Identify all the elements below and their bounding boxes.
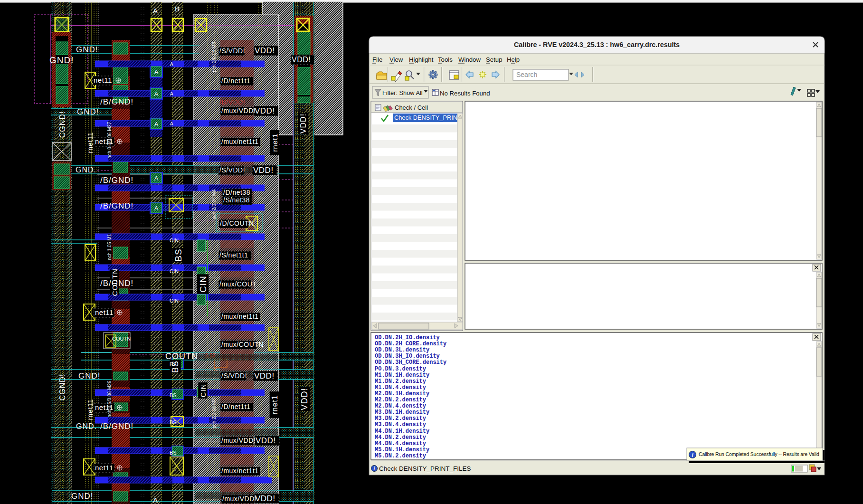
svg-text:CIN: CIN — [199, 384, 207, 398]
svg-text:GND!: GND! — [49, 55, 74, 65]
svg-text:M3.DN.2.density: M3.DN.2.density — [375, 415, 426, 422]
svg-text:/mux/VDD!: /mux/VDD! — [221, 107, 256, 114]
svg-text:COUTN: COUTN — [112, 336, 131, 342]
svg-text:GND!: GND! — [76, 45, 98, 54]
svg-text:pch 2/0.06 M4: pch 2/0.06 M4 — [211, 189, 217, 219]
svg-text:VDD!: VDD! — [254, 371, 275, 380]
svg-text:M2.DN.1H.density: M2.DN.1H.density — [375, 390, 429, 397]
svg-text:M3.DN.1H.density: M3.DN.1H.density — [375, 409, 429, 416]
svg-text:A: A — [154, 121, 159, 128]
svg-text:M5.DN.2.density: M5.DN.2.density — [375, 453, 426, 459]
svg-text:/D/net1t1: /D/net1t1 — [221, 77, 250, 85]
svg-text:VDD!: VDD! — [256, 436, 276, 445]
svg-text:CIN: CIN — [170, 298, 179, 304]
svg-text:Check / Cell: Check / Cell — [395, 104, 428, 111]
svg-text:CIN: CIN — [170, 238, 179, 243]
svg-text:VDD!: VDD! — [255, 494, 275, 503]
svg-text:Setup: Setup — [486, 56, 502, 63]
svg-text:rnet11: rnet11 — [86, 399, 94, 420]
svg-text:/B/GND!: /B/GND! — [100, 201, 133, 210]
svg-text:/mux/VDD!: /mux/VDD! — [221, 437, 256, 444]
svg-text:GND!: GND! — [78, 371, 101, 380]
svg-text:/B/VDD!: /B/VDD! — [219, 98, 245, 106]
svg-text:CGND!: CGND! — [58, 374, 66, 401]
svg-text:Search: Search — [516, 71, 537, 78]
svg-text:Tools: Tools — [438, 56, 453, 63]
svg-text:pch 2/0.06 M3: pch 2/0.06 M3 — [211, 42, 217, 72]
svg-text:/S/VDD!: /S/VDD! — [219, 166, 245, 174]
svg-text:/B/GND!: /B/GND! — [100, 97, 133, 106]
svg-text:/mux/net1t1: /mux/net1t1 — [221, 138, 259, 145]
svg-text:M3.DN.4.density: M3.DN.4.density — [375, 421, 426, 428]
svg-text:OD.DN.2H_CORE.density: OD.DN.2H_CORE.density — [375, 341, 446, 347]
svg-text:PO.DN.3.density: PO.DN.3.density — [375, 366, 426, 372]
svg-text:VDD!: VDD! — [253, 166, 274, 175]
svg-text:net11: net11 — [95, 308, 114, 316]
svg-text:A: A — [153, 7, 158, 15]
svg-text:/S/net38: /S/net38 — [223, 196, 250, 204]
svg-text:M4.DN.2.density: M4.DN.2.density — [375, 434, 426, 441]
svg-text:A: A — [154, 205, 159, 212]
svg-text:nch 0.6/0.06 M26: nch 0.6/0.06 M26 — [107, 380, 112, 418]
svg-text:View: View — [389, 56, 403, 63]
svg-text:A: A — [154, 175, 159, 182]
svg-text:Highlight: Highlight — [409, 56, 434, 63]
svg-text:net11: net11 — [95, 464, 114, 472]
svg-text:No Results Found: No Results Found — [440, 90, 490, 97]
svg-text:net11: net11 — [94, 76, 112, 84]
svg-text:GND.: GND. — [76, 166, 96, 174]
svg-text:/mux/net1t1: /mux/net1t1 — [221, 467, 259, 475]
svg-text:A: A — [170, 91, 173, 96]
svg-text:BS: BS — [170, 392, 177, 398]
svg-text:/S/VDD!: /S/VDD! — [221, 372, 247, 380]
svg-text:Help: Help — [507, 56, 520, 63]
svg-text:nch 0.6/0.06 M27: nch 0.6/0.06 M27 — [107, 122, 112, 159]
svg-text:/S/net1t1: /S/net1t1 — [219, 251, 248, 259]
svg-text:GND!: GND! — [71, 492, 94, 501]
svg-text:OD.DN.2H_IO.density: OD.DN.2H_IO.density — [375, 334, 440, 341]
svg-text:Calibre - RVE v2024.3_25.13 :: Calibre - RVE v2024.3_25.13 : hw6_carry.… — [514, 41, 680, 48]
svg-text:M1.DN.1H.density: M1.DN.1H.density — [375, 372, 429, 379]
svg-text:BS: BS — [170, 450, 177, 456]
svg-text:M1.DN.2.density: M1.DN.2.density — [375, 378, 426, 385]
svg-text:VDD!: VDD! — [255, 46, 275, 55]
svg-text:A: A — [170, 121, 173, 126]
svg-text:GND.: GND. — [76, 422, 97, 430]
svg-text:rnet11: rnet11 — [86, 132, 94, 153]
svg-text:OD.DN.3H_CORE.density: OD.DN.3H_CORE.density — [375, 359, 446, 366]
svg-text:/mux/COUTN: /mux/COUTN — [221, 341, 264, 348]
svg-text:A: A — [154, 68, 159, 76]
svg-text:BS: BS — [170, 419, 177, 425]
svg-text:B: B — [175, 5, 180, 13]
svg-text:OD.DN.3H_IO.density: OD.DN.3H_IO.density — [375, 353, 440, 360]
svg-text:M2.DN.2.density: M2.DN.2.density — [375, 397, 426, 403]
svg-text:VDD!: VDD! — [255, 106, 275, 115]
svg-text:pch 2/0.06 M8: pch 2/0.06 M8 — [211, 398, 217, 428]
svg-text:VDD!: VDD! — [300, 388, 309, 410]
svg-text:/D/COUTN: /D/COUTN — [220, 219, 254, 227]
svg-text:A: A — [170, 62, 173, 67]
svg-text:/B/GND!: /B/GND! — [100, 279, 133, 288]
svg-text:M1.DN.4.density: M1.DN.4.density — [375, 384, 426, 391]
svg-text:Calibre Run Completed Successf: Calibre Run Completed Successfully -- Re… — [699, 451, 819, 457]
svg-text:i: i — [374, 466, 375, 471]
svg-text:OD.DN.3L.density: OD.DN.3L.density — [375, 347, 429, 353]
svg-text:/B/GND!: /B/GND! — [100, 176, 133, 185]
svg-text:VDD!: VDD! — [292, 56, 311, 64]
svg-text:/S/VDD!: /S/VDD! — [219, 47, 245, 55]
svg-text:rnet1: rnet1 — [271, 133, 279, 152]
svg-text:M5.DN.1H.density: M5.DN.1H.density — [375, 447, 429, 453]
svg-text:/mux/net1t1: /mux/net1t1 — [221, 313, 259, 320]
svg-text:COUTN: COUTN — [165, 352, 198, 361]
svg-text:/mux/COUT: /mux/COUT — [219, 280, 256, 288]
svg-text:M4.DN.4.density: M4.DN.4.density — [375, 440, 426, 447]
svg-text:Check DENSITY_PRINT_FILES: Check DENSITY_PRINT_FILES — [379, 465, 471, 472]
svg-text:VDD!: VDD! — [299, 114, 307, 133]
svg-text:GND!: GND! — [77, 107, 99, 116]
svg-text:/mux/VDD!: /mux/VDD! — [222, 495, 256, 503]
svg-text:0.: 0. — [213, 367, 217, 371]
svg-text:CIN: CIN — [198, 276, 208, 293]
svg-text:Check DENSITY_PRINT: Check DENSITY_PRINT — [394, 114, 461, 121]
svg-text:rnet1: rnet1 — [271, 395, 279, 414]
svg-text:/B/GND!: /B/GND! — [100, 422, 133, 431]
